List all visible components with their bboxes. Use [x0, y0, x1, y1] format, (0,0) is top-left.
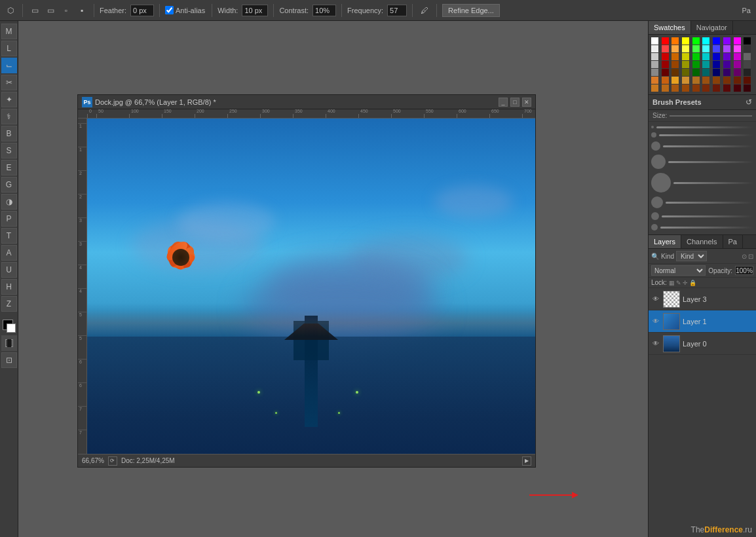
color-swatch[interactable] — [671, 45, 679, 52]
color-swatch[interactable] — [723, 77, 730, 84]
brush-preset-item[interactable] — [651, 195, 753, 210]
tool-gradient[interactable]: G — [1, 177, 17, 193]
color-swatch[interactable] — [713, 77, 720, 84]
color-swatch[interactable] — [702, 61, 709, 68]
color-swatch[interactable] — [702, 53, 709, 60]
color-swatch[interactable] — [702, 37, 709, 45]
color-swatch[interactable] — [734, 53, 741, 60]
color-swatch[interactable] — [651, 77, 658, 84]
tool-text[interactable]: T — [1, 228, 17, 244]
color-swatch[interactable] — [723, 53, 730, 60]
color-swatch[interactable] — [744, 61, 751, 68]
color-swatch[interactable] — [671, 84, 679, 92]
color-swatch[interactable] — [662, 61, 669, 68]
magnet-icon[interactable]: 🖊 — [418, 4, 431, 17]
tool-path[interactable]: A — [1, 245, 17, 261]
canvas-rotate-icon[interactable]: ⟳ — [108, 456, 117, 466]
color-swatch[interactable] — [662, 84, 669, 92]
lock-transparent-icon[interactable]: ▦ — [669, 280, 675, 286]
color-swatch[interactable] — [723, 61, 730, 68]
color-swatch[interactable] — [671, 37, 679, 45]
color-swatch[interactable] — [713, 37, 720, 45]
feather-input[interactable] — [130, 5, 154, 16]
tool-pen[interactable]: P — [1, 211, 17, 227]
brush-preset-item[interactable] — [651, 124, 753, 130]
tool-marquee[interactable]: M — [1, 24, 17, 39]
color-swatch[interactable] — [713, 45, 720, 52]
app-icon[interactable]: ⬡ — [4, 4, 17, 17]
color-swatch[interactable] — [651, 84, 658, 92]
layer-visibility-toggle[interactable]: 👁 — [651, 339, 660, 348]
color-swatch[interactable] — [682, 37, 689, 45]
color-swatch[interactable] — [692, 69, 700, 76]
blend-mode-select[interactable]: Normal Dissolve Multiply Screen Overlay — [651, 265, 706, 276]
lock-position-icon[interactable]: ✛ — [683, 280, 688, 286]
color-swatch[interactable] — [713, 84, 720, 92]
brush-preset-item[interactable] — [651, 172, 753, 194]
subtract-selection-icon[interactable]: ▭ — [44, 4, 57, 17]
tab-swatches[interactable]: Swatches — [649, 21, 691, 34]
color-swatch[interactable] — [723, 84, 730, 92]
color-swatch[interactable] — [744, 53, 751, 60]
color-swatch[interactable] — [744, 37, 751, 45]
brush-preset-item[interactable] — [651, 131, 753, 139]
tool-dodge[interactable]: ◑ — [1, 194, 17, 210]
brush-preset-item[interactable] — [651, 140, 753, 152]
layer-visibility-toggle[interactable]: 👁 — [651, 295, 660, 304]
tab-layers[interactable]: Layers — [649, 235, 681, 248]
tab-channels[interactable]: Channels — [681, 235, 723, 248]
brush-reset-icon[interactable]: ↺ — [746, 98, 752, 107]
color-swatch[interactable] — [734, 45, 741, 52]
color-swatch[interactable] — [671, 61, 679, 68]
color-swatch[interactable] — [682, 53, 689, 60]
color-swatch[interactable] — [651, 37, 658, 45]
opacity-value[interactable]: 100% — [735, 266, 753, 275]
layer-item[interactable]: 👁Layer 0 — [649, 333, 756, 355]
filter-icon-1[interactable]: ⊙ — [742, 253, 747, 260]
color-swatch[interactable] — [651, 53, 658, 60]
panel-collapse-button[interactable]: » — [648, 21, 649, 47]
tool-hand[interactable]: H — [1, 279, 17, 295]
brush-preset-item[interactable] — [651, 211, 753, 221]
color-swatch[interactable] — [744, 69, 751, 76]
intersect-selection-icon[interactable]: ▫ — [60, 4, 73, 17]
color-swatch[interactable] — [734, 84, 741, 92]
new-selection-icon[interactable]: ▭ — [28, 4, 41, 17]
layer-item[interactable]: 👁Layer 3 — [649, 288, 756, 310]
antialias-checkbox[interactable] — [165, 6, 174, 14]
kind-select[interactable]: Kind — [676, 251, 707, 261]
color-swatch[interactable] — [723, 69, 730, 76]
lock-pixels-icon[interactable]: ✎ — [676, 280, 681, 286]
color-swatch[interactable] — [671, 77, 679, 84]
filter-icon-2[interactable]: ⊡ — [748, 253, 753, 260]
tool-clone[interactable]: S — [1, 143, 17, 158]
tool-eyedropper[interactable]: ✦ — [1, 92, 17, 107]
color-swatch[interactable] — [702, 84, 709, 92]
color-swatch[interactable] — [723, 45, 730, 52]
color-swatch[interactable] — [692, 77, 700, 84]
color-swatch[interactable] — [702, 69, 709, 76]
tool-crop[interactable]: ✂ — [1, 75, 17, 90]
color-swatch[interactable] — [713, 61, 720, 68]
color-swatch[interactable] — [662, 77, 669, 84]
contrast-input[interactable] — [312, 5, 336, 16]
color-swatch[interactable] — [744, 45, 751, 52]
layer-visibility-toggle[interactable]: 👁 — [651, 317, 660, 326]
width-input[interactable] — [242, 5, 268, 16]
tool-zoom[interactable]: Z — [1, 296, 17, 312]
color-swatch[interactable] — [662, 53, 669, 60]
color-swatch[interactable] — [662, 69, 669, 76]
tool-healing[interactable]: ⚕ — [1, 109, 17, 124]
color-swatch[interactable] — [651, 69, 658, 76]
tool-magnetic-lasso[interactable]: ⌙ — [1, 58, 17, 73]
color-swatch[interactable] — [744, 84, 751, 92]
color-swatch[interactable] — [682, 77, 689, 84]
maximize-button[interactable]: □ — [510, 98, 520, 107]
tool-lasso[interactable]: L — [1, 41, 17, 56]
color-swatch[interactable] — [671, 69, 679, 76]
color-swatch[interactable] — [713, 53, 720, 60]
color-swatch[interactable] — [734, 77, 741, 84]
canvas[interactable] — [87, 119, 535, 454]
brush-preset-item[interactable] — [651, 223, 753, 232]
minimize-button[interactable]: _ — [499, 98, 508, 107]
